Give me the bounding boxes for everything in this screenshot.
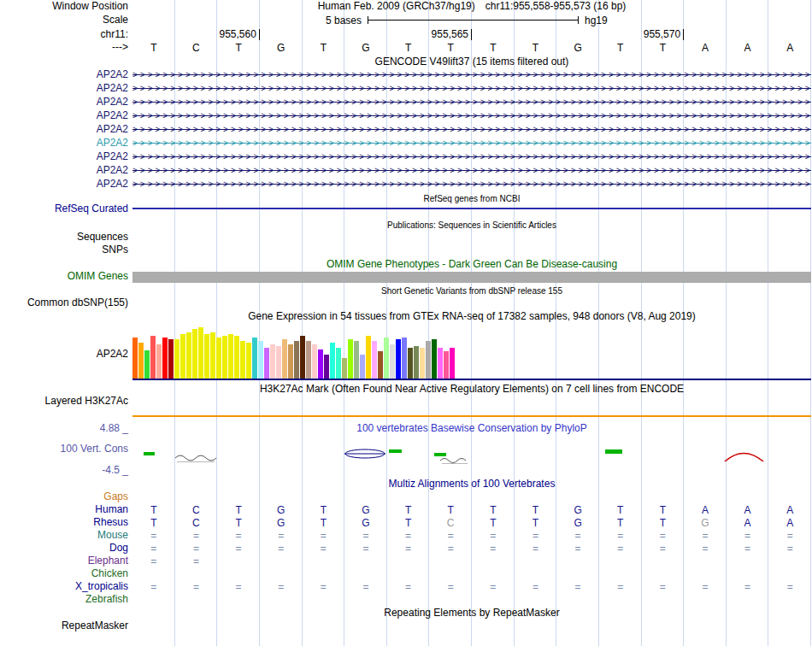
multiz-species-row[interactable]: Mouse================ — [0, 530, 812, 542]
snps-track-label[interactable]: SNPs — [102, 244, 128, 255]
gtex-expression-bar[interactable] — [216, 338, 221, 379]
gtex-expression-bar[interactable] — [168, 339, 174, 379]
phylop-track-title[interactable]: 100 vertebrates Basewise Conservation by… — [132, 423, 811, 434]
gtex-expression-bar[interactable] — [162, 338, 168, 379]
gtex-expression-bar[interactable] — [324, 355, 329, 379]
gtex-expression-bar[interactable] — [198, 327, 203, 379]
multiz-species-label[interactable]: Zebrafish — [85, 594, 128, 605]
gencode-gene-label[interactable]: AP2A2 — [97, 151, 128, 162]
gtex-expression-bar[interactable] — [264, 348, 269, 379]
gencode-gene-label[interactable]: AP2A2 — [97, 124, 128, 135]
gencode-gene-label[interactable]: AP2A2 — [97, 165, 128, 176]
gtex-expression-bar[interactable] — [378, 351, 383, 379]
gencode-gene-label[interactable]: AP2A2 — [97, 69, 128, 80]
gtex-expression-bar[interactable] — [336, 348, 341, 379]
multiz-species-row[interactable]: Dog================ — [0, 543, 812, 555]
gencode-track-title[interactable]: GENCODE V49lift37 (15 items filtered out… — [132, 56, 811, 68]
gtex-expression-bar[interactable] — [300, 336, 305, 379]
gtex-expression-bar[interactable] — [438, 348, 443, 379]
gtex-expression-bar[interactable] — [156, 344, 162, 379]
gencode-gene-row[interactable]: AP2A2>>>>>>>>>>>>>>>>>>>>>>>>>>>>>>>>>>>… — [0, 82, 812, 96]
gtex-expression-bar[interactable] — [402, 338, 407, 379]
multiz-species-label[interactable]: Human — [95, 504, 128, 515]
gtex-expression-bar[interactable] — [318, 349, 323, 379]
gtex-track-title[interactable]: Gene Expression in 54 tissues from GTEx … — [132, 311, 811, 322]
gtex-expression-bar[interactable] — [312, 344, 317, 379]
omim-track-title[interactable]: OMIM Gene Phenotypes - Dark Green Can Be… — [132, 259, 811, 270]
omim-genes-label[interactable]: OMIM Genes — [68, 271, 128, 282]
gtex-expression-bar[interactable] — [366, 336, 371, 379]
gtex-expression-bar[interactable] — [210, 332, 215, 379]
multiz-species-row[interactable]: Gaps — [0, 491, 812, 503]
gtex-expression-bar[interactable] — [354, 341, 359, 379]
multiz-species-label[interactable]: Rhesus — [93, 517, 128, 528]
gtex-expression-bar[interactable] — [330, 343, 335, 379]
gtex-expression-bar[interactable] — [204, 334, 209, 379]
gtex-expression-bar[interactable] — [150, 336, 156, 379]
repeatmasker-track-title[interactable]: Repeating Elements by RepeatMasker — [132, 608, 811, 619]
gtex-expression-bar[interactable] — [252, 338, 257, 379]
multiz-species-row[interactable]: Elephant== — [0, 555, 812, 567]
dbsnp-track-title[interactable]: Short Genetic Variants from dbSNP releas… — [132, 285, 811, 297]
gtex-expression-bar[interactable] — [282, 339, 287, 379]
multiz-species-label[interactable]: Chicken — [91, 568, 128, 579]
gencode-gene-row[interactable]: AP2A2>>>>>>>>>>>>>>>>>>>>>>>>>>>>>>>>>>>… — [0, 123, 812, 137]
gtex-expression-bar[interactable] — [132, 338, 138, 379]
gencode-gene-row[interactable]: AP2A2>>>>>>>>>>>>>>>>>>>>>>>>>>>>>>>>>>>… — [0, 96, 812, 109]
gtex-expression-bar[interactable] — [240, 341, 245, 379]
omim-gene-bar[interactable] — [132, 272, 811, 283]
gtex-expression-bar[interactable] — [138, 343, 144, 379]
phylop-track-label[interactable]: 100 Vert. Cons — [61, 443, 128, 455]
gtex-expression-bar[interactable] — [186, 332, 191, 379]
gtex-expression-bar[interactable] — [414, 346, 419, 379]
gtex-expression-bar[interactable] — [258, 341, 263, 379]
gtex-expression-bar[interactable] — [144, 350, 150, 379]
gencode-gene-label[interactable]: AP2A2 — [97, 138, 128, 149]
sequences-track-label[interactable]: Sequences — [77, 232, 128, 243]
gtex-expression-bar[interactable] — [270, 344, 275, 379]
h3k27ac-signal[interactable] — [132, 415, 811, 417]
gtex-expression-bar[interactable] — [288, 344, 293, 379]
gtex-expression-bar[interactable] — [384, 338, 389, 379]
h3k27ac-track-title[interactable]: H3K27Ac Mark (Often Found Near Active Re… — [132, 384, 811, 395]
gtex-expression-bar[interactable] — [360, 355, 365, 379]
gtex-expression-bar[interactable] — [390, 344, 395, 379]
dbsnp-track-label[interactable]: Common dbSNP(155) — [27, 297, 128, 308]
gtex-expression-bar[interactable] — [396, 339, 401, 379]
multiz-species-label[interactable]: X_tropicalis — [75, 581, 128, 592]
multiz-species-row[interactable]: Zebrafish — [0, 594, 812, 606]
multiz-species-row[interactable]: Chicken — [0, 568, 812, 580]
refseq-curated-label[interactable]: RefSeq Curated — [55, 203, 128, 214]
multiz-species-row[interactable]: HumanTCTGTGTTTTGTTAAA — [0, 504, 812, 516]
gencode-gene-label[interactable]: AP2A2 — [97, 83, 128, 94]
gtex-expression-bar[interactable] — [432, 339, 437, 379]
gtex-expression-bar[interactable] — [294, 341, 299, 379]
gtex-expression-bar[interactable] — [420, 348, 425, 379]
publications-track-title[interactable]: Publications: Sequences in Scientific Ar… — [132, 220, 811, 231]
multiz-species-label[interactable]: Gaps — [103, 491, 128, 502]
gtex-expression-bar[interactable] — [192, 329, 197, 379]
gtex-gene-label[interactable]: AP2A2 — [97, 349, 128, 360]
gtex-expression-bar[interactable] — [450, 348, 455, 379]
gencode-gene-label[interactable]: AP2A2 — [97, 110, 128, 121]
gencode-gene-row[interactable]: AP2A2>>>>>>>>>>>>>>>>>>>>>>>>>>>>>>>>>>>… — [0, 68, 812, 82]
gtex-expression-bar[interactable] — [228, 334, 233, 379]
gtex-expression-bar[interactable] — [444, 351, 449, 379]
gtex-expression-bar[interactable] — [234, 336, 239, 379]
repeatmasker-track-label[interactable]: RepeatMasker — [62, 620, 128, 631]
phylop-conservation-track[interactable] — [132, 435, 811, 474]
gtex-expression-bar[interactable] — [372, 341, 377, 379]
gencode-gene-row[interactable]: AP2A2>>>>>>>>>>>>>>>>>>>>>>>>>>>>>>>>>>>… — [0, 178, 812, 191]
gtex-expression-bar[interactable] — [348, 339, 353, 379]
gtex-expression-bar[interactable] — [408, 348, 413, 379]
multiz-species-label[interactable]: Elephant — [88, 555, 128, 567]
multiz-species-label[interactable]: Mouse — [97, 530, 128, 541]
gtex-expression-bar[interactable] — [180, 334, 185, 379]
gencode-gene-row[interactable]: AP2A2>>>>>>>>>>>>>>>>>>>>>>>>>>>>>>>>>>>… — [0, 150, 812, 164]
h3k27ac-track-label[interactable]: Layered H3K27Ac — [45, 396, 128, 407]
multiz-species-row[interactable]: RhesusTCTGTGTCTTGTTGAA — [0, 517, 812, 529]
gencode-gene-label[interactable]: AP2A2 — [97, 97, 128, 108]
gtex-expression-bar[interactable] — [342, 358, 347, 379]
gtex-expression-bar[interactable] — [306, 341, 311, 379]
gencode-gene-row[interactable]: AP2A2>>>>>>>>>>>>>>>>>>>>>>>>>>>>>>>>>>>… — [0, 164, 812, 178]
